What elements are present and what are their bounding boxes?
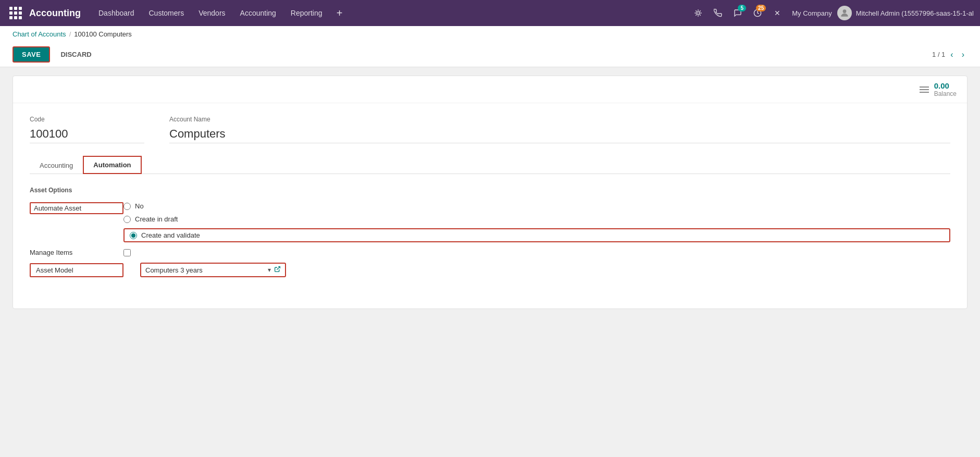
topnav-icons: 5 25 ✕ My Company Mitchell Admin (155579… (690, 5, 974, 21)
topnav: Accounting Dashboard Customers Vendors A… (0, 0, 980, 26)
tab-content-automation: Asset Options Automate Asset No Crea (30, 174, 950, 296)
radio-draft-input[interactable] (123, 216, 131, 223)
company-selector[interactable]: My Company (792, 9, 832, 17)
pagination: 1 / 1 ‹ › (932, 49, 967, 60)
tab-automation[interactable]: Automation (83, 156, 141, 174)
phone-icon-btn[interactable] (710, 5, 726, 21)
topnav-menu: Dashboard Customers Vendors Accounting R… (91, 0, 690, 26)
nav-customers[interactable]: Customers (142, 0, 192, 26)
clock-icon-btn[interactable]: 25 (749, 5, 766, 21)
nav-accounting[interactable]: Accounting (233, 0, 283, 26)
save-button[interactable]: SAVE (13, 46, 50, 63)
radio-create-draft[interactable]: Create in draft (123, 215, 950, 223)
name-group: Account Name Computers (169, 116, 950, 143)
chat-icon-btn[interactable]: 5 (729, 5, 746, 21)
breadcrumb-separator: / (69, 30, 71, 38)
breadcrumb-current: 100100 Computers (74, 30, 132, 38)
close-icon-btn[interactable]: ✕ (769, 5, 786, 21)
dropdown-arrow-icon: ▾ (268, 266, 271, 274)
name-label: Account Name (169, 116, 950, 123)
radio-no-label: No (135, 202, 144, 210)
automate-asset-options: No Create in draft Create and validate (123, 202, 950, 242)
apps-grid-icon (9, 7, 22, 19)
radio-draft-label: Create in draft (135, 215, 178, 223)
manage-items-label: Manage Items (30, 249, 123, 256)
radio-group: No Create in draft Create and validate (123, 202, 950, 242)
breadcrumb-parent[interactable]: Chart of Accounts (13, 30, 66, 38)
asset-model-select[interactable]: Computers 3 years ▾ (140, 263, 286, 277)
nav-dashboard[interactable]: Dashboard (91, 0, 142, 26)
app-brand: Accounting (29, 8, 81, 19)
company-label: My Company (792, 9, 832, 17)
manage-items-row: Manage Items (30, 249, 950, 256)
balance-block: 0.00 Balance (934, 81, 957, 97)
radio-no[interactable]: No (123, 202, 950, 210)
user-menu[interactable]: Mitchell Admin (15557996-saas-15-1-al (837, 6, 974, 20)
asset-model-value: Computers 3 years (145, 266, 265, 274)
form-row: Code 100100 Account Name Computers (30, 116, 950, 143)
chat-badge: 5 (738, 5, 746, 11)
radio-no-input[interactable] (123, 203, 131, 210)
breadcrumb: Chart of Accounts / 100100 Computers (13, 30, 967, 38)
automate-asset-label: Automate Asset (30, 202, 123, 214)
asset-options-label: Asset Options (30, 187, 950, 194)
code-group: Code 100100 (30, 116, 144, 143)
radio-validate-input[interactable] (130, 232, 137, 239)
svg-point-2 (842, 9, 846, 13)
nav-vendors[interactable]: Vendors (191, 0, 232, 26)
tabs: Accounting Automation (30, 156, 950, 174)
card-body: Code 100100 Account Name Computers Accou… (13, 103, 967, 308)
external-link-icon[interactable] (274, 266, 281, 274)
user-name: Mitchell Admin (15557996-saas-15-1-al (856, 9, 974, 17)
breadcrumb-bar: Chart of Accounts / 100100 Computers SAV… (0, 26, 980, 67)
apps-menu-button[interactable] (6, 4, 25, 22)
user-avatar (837, 6, 852, 20)
tab-accounting[interactable]: Accounting (30, 156, 83, 174)
card-header-bar: 0.00 Balance (13, 76, 967, 103)
manage-items-checkbox[interactable] (123, 249, 131, 256)
balance-widget: 0.00 Balance (920, 81, 957, 97)
action-bar: SAVE DISCARD 1 / 1 ‹ › (13, 42, 967, 67)
svg-point-0 (697, 11, 700, 14)
clock-badge: 25 (756, 5, 766, 11)
pagination-text: 1 / 1 (932, 51, 945, 58)
add-button[interactable]: + (332, 5, 348, 21)
asset-model-label: Asset Model (30, 263, 123, 277)
name-value[interactable]: Computers (169, 127, 950, 143)
next-button[interactable]: › (959, 49, 967, 60)
prev-button[interactable]: ‹ (947, 49, 956, 60)
asset-model-row: Asset Model Computers 3 years ▾ (30, 263, 950, 277)
radio-create-validate[interactable]: Create and validate (123, 228, 950, 242)
balance-lines-icon (920, 87, 929, 93)
main-content: 0.00 Balance Code 100100 Account Name Co… (0, 67, 980, 317)
radio-validate-label: Create and validate (141, 231, 200, 239)
automate-asset-row: Automate Asset No Create in draft (30, 202, 950, 242)
main-card: 0.00 Balance Code 100100 Account Name Co… (13, 76, 967, 309)
svg-line-3 (277, 267, 280, 270)
nav-reporting[interactable]: Reporting (283, 0, 330, 26)
code-label: Code (30, 116, 144, 123)
balance-label: Balance (934, 90, 957, 97)
discard-button[interactable]: DISCARD (54, 47, 97, 61)
code-value[interactable]: 100100 (30, 127, 144, 143)
bug-icon-btn[interactable] (690, 5, 706, 21)
balance-value: 0.00 (934, 81, 957, 90)
